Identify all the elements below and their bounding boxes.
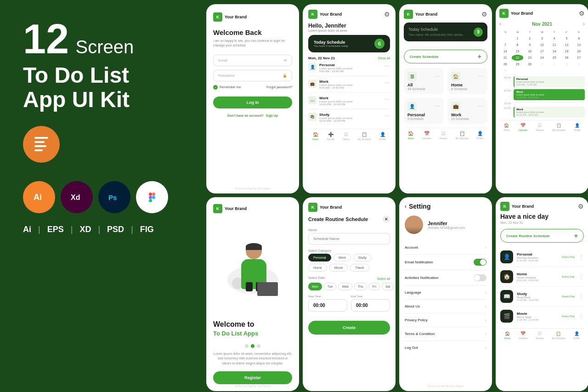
show-all-link[interactable]: Show all (378, 57, 390, 60)
signup-link[interactable]: Sign Up (266, 114, 278, 117)
cats-settings-icon[interactable]: ⚙ (481, 11, 487, 18)
settings-icon[interactable]: ⚙ (384, 11, 390, 18)
forgot-password-link[interactable]: Forgot password? (266, 85, 292, 89)
nd-nav-home[interactable]: 🏠Home (504, 331, 510, 340)
chip-movie[interactable]: Movie (329, 264, 348, 272)
cal-nav-calendar[interactable]: 📅Calendar (518, 123, 527, 131)
create-routine-btn[interactable]: Create Routine Schedule + (500, 229, 584, 243)
schedule-dots-3[interactable]: ⋯ (384, 113, 390, 119)
event-personal[interactable]: Personal Lorem ipsum dolor sit amet 9:00… (514, 76, 585, 87)
email-toggle[interactable] (474, 259, 486, 266)
cats-nav-profile[interactable]: 👤Profile (477, 131, 483, 140)
remember-me[interactable]: ✓ Remember me (213, 85, 241, 90)
setting-about[interactable]: About Us › (405, 300, 486, 313)
setting-privacy[interactable]: Privacy Policy › (405, 313, 486, 327)
routine-movie[interactable]: 🎬 Movie Movie Night 21:00 PM - 23:00 PM … (500, 307, 584, 326)
setting-language[interactable]: Language › (405, 286, 486, 300)
schedule-item-2[interactable]: 📖 Work Lorem ipsum dolor sit amet 14:00 … (308, 96, 390, 109)
nd-settings-icon[interactable]: ⚙ (578, 203, 584, 210)
splash-footer: To Do List App By Your Name (206, 385, 299, 387)
ri-personal-dots[interactable]: ⋮ (578, 254, 584, 260)
nd-nav-calendar[interactable]: 📅Calendar (519, 331, 528, 340)
email-field[interactable]: Email ✉ (213, 55, 292, 66)
create-button[interactable]: Create (308, 321, 390, 335)
cat-personal-dots[interactable]: ⋯ (435, 103, 440, 109)
activities-toggle[interactable] (474, 274, 486, 281)
nav-profile[interactable]: 👤Profile (379, 132, 386, 141)
nav-myschedule[interactable]: 📋My Schedule (358, 132, 371, 141)
routine-study[interactable]: 📖 Study Read Book 01:00 PM - 16:00 PM Ev… (500, 287, 584, 307)
schedule-item-1[interactable]: 💼 Work Lorem ipsum dolor sit amet 9:00 A… (308, 80, 390, 93)
cat-home[interactable]: 🏠 ⋯ Home 8 Schedule (447, 68, 487, 94)
cat-home-icon: 🏠 (451, 72, 460, 81)
setting-email-notif[interactable]: Email Notification (405, 255, 486, 270)
name-input[interactable] (308, 233, 390, 244)
close-button[interactable]: ✕ (383, 216, 390, 223)
cats-nav-calendar[interactable]: 📅Calendar (422, 131, 431, 140)
chip-travel[interactable]: Travel (350, 264, 369, 272)
ri-study-dots[interactable]: ⋮ (578, 293, 584, 300)
schedule-dots-1[interactable]: ⋯ (384, 80, 390, 86)
cat-personal-name: Personal (407, 113, 440, 117)
start-time-input[interactable] (308, 299, 347, 312)
chip-home[interactable]: Home (308, 264, 327, 272)
today-banner: Today Schedule You have 6 schedules toda… (308, 35, 390, 52)
cats-nav-routine[interactable]: ☑Routine (440, 131, 447, 140)
date-form-group: Select Date Select all Mon Tue Wed Thu F… (308, 276, 390, 290)
cats-nav-myschedule[interactable]: 📋My Schedule (455, 131, 469, 140)
nav-addmy[interactable]: ➕Add My (327, 132, 334, 141)
event-work-1[interactable]: Work Lorem ipsum dolor sit amet 11:00 AM… (514, 89, 585, 100)
day-sat[interactable]: Sat (382, 283, 394, 290)
cat-personal[interactable]: 👤 ⋯ Personal 9 Schedule (404, 98, 444, 124)
routine-home[interactable]: 🏠 Home House Keeping 08:00 AM - 09:00 AM… (500, 267, 584, 287)
nd-nav-profile[interactable]: 👤Profile (573, 331, 580, 340)
day-thu[interactable]: Thu (354, 283, 367, 290)
select-all-link[interactable]: Select all (377, 277, 390, 280)
day-tue[interactable]: Tue (324, 283, 337, 290)
login-button[interactable]: Log In (213, 97, 292, 108)
schedule-dots-2[interactable]: ⋯ (384, 96, 390, 102)
routine-personal[interactable]: 👤 Personal Morning Activities 07:00 AM -… (500, 247, 584, 267)
cat-work-dots[interactable]: ⋯ (478, 103, 484, 109)
setting-terms[interactable]: Terms & Condition › (405, 327, 486, 341)
schedule-dots-0[interactable]: ⋯ (384, 63, 390, 69)
cal-nav-routine[interactable]: ☑Routine (536, 123, 544, 131)
ri-movie-dots[interactable]: ⋮ (578, 313, 584, 319)
chip-work[interactable]: Work (334, 254, 351, 261)
cal-nav-profile[interactable]: 👤Profile (574, 123, 581, 131)
nav-others[interactable]: ☑Others (343, 132, 350, 141)
back-arrow-icon[interactable]: ‹ (405, 203, 407, 210)
nd-nav-myschedule[interactable]: 📋My Schedule (552, 331, 565, 340)
event-work-2[interactable]: Work Lorem ipsum dolor sit amet 14:00 PM… (514, 107, 585, 118)
cal-nav-myschedule[interactable]: 📋My Schedule (552, 123, 565, 131)
nd-nav-routine[interactable]: ☑Routine (536, 331, 544, 340)
day-fri[interactable]: Fri (369, 283, 380, 290)
cat-work-name: Work (451, 113, 484, 117)
cat-home-dots[interactable]: ⋯ (478, 73, 484, 80)
register-button[interactable]: Register (213, 371, 292, 384)
end-time-input[interactable] (351, 299, 390, 312)
setting-account[interactable]: Account › (405, 241, 486, 255)
password-field[interactable]: Password 🔒 (213, 70, 292, 81)
cat-all-dots[interactable]: ⋯ (435, 73, 440, 80)
create-schedule-btn[interactable]: Create Schedule + (404, 50, 487, 63)
cats-nav-home[interactable]: 🏠Home (408, 131, 414, 140)
cat-all[interactable]: ☰ ⋯ All 48 Schedule (404, 68, 444, 94)
cal-settings-icon[interactable]: ⚙ (579, 10, 585, 17)
schedule-item-0[interactable]: 👤 Personal Lorem ipsum dolor sit amet 9:… (308, 63, 390, 76)
cal-prev[interactable]: ‹ (499, 21, 501, 27)
nav-home[interactable]: 🏠Home (312, 132, 318, 141)
day-wed[interactable]: Wed (338, 283, 352, 290)
chip-personal[interactable]: Personal (308, 254, 331, 261)
cal-nav-home[interactable]: 🏠Home (503, 123, 509, 131)
cal-next[interactable]: › (583, 21, 585, 27)
schedule-item-3[interactable]: 📚 Study Lorem ipsum dolor sit amet 16:00… (308, 113, 390, 125)
ri-home-dots[interactable]: ⋮ (578, 273, 584, 280)
day-mon[interactable]: Mon (308, 283, 322, 290)
chip-study[interactable]: Study (353, 254, 372, 261)
format-ai: Ai (23, 225, 31, 234)
today-date[interactable]: 22 (512, 55, 524, 61)
cat-work[interactable]: 💼 ⋯ Work 13 Schedule (447, 98, 487, 124)
setting-logout[interactable]: Log Out › (405, 341, 486, 354)
setting-activities-notif[interactable]: Activities Notification (405, 270, 486, 286)
